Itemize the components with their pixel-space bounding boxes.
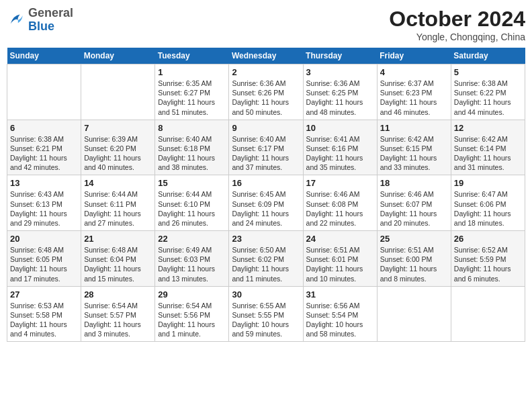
logo-general-text: General xyxy=(28,7,73,20)
day-number: 16 xyxy=(232,178,300,188)
day-number: 10 xyxy=(306,123,374,133)
day-info: Sunrise: 6:56 AMSunset: 5:54 PMDaylight:… xyxy=(306,301,374,339)
day-info: Sunrise: 6:43 AMSunset: 6:13 PMDaylight:… xyxy=(10,189,78,228)
day-info: Sunrise: 6:40 AMSunset: 6:17 PMDaylight:… xyxy=(232,134,300,173)
day-info: Sunrise: 6:51 AMSunset: 6:00 PMDaylight:… xyxy=(380,245,448,283)
calendar-cell xyxy=(451,286,525,342)
day-info: Sunrise: 6:38 AMSunset: 6:21 PMDaylight:… xyxy=(10,134,78,173)
day-number: 26 xyxy=(454,234,522,244)
calendar-cell: 27Sunrise: 6:53 AMSunset: 5:58 PMDayligh… xyxy=(7,286,81,342)
day-number: 20 xyxy=(10,234,78,244)
calendar-cell: 30Sunrise: 6:55 AMSunset: 5:55 PMDayligh… xyxy=(229,286,303,342)
week-row-2: 6Sunrise: 6:38 AMSunset: 6:21 PMDaylight… xyxy=(7,120,525,175)
col-wednesday: Wednesday xyxy=(229,48,303,64)
day-info: Sunrise: 6:44 AMSunset: 6:11 PMDaylight:… xyxy=(84,189,152,228)
day-number: 9 xyxy=(232,123,300,133)
day-info: Sunrise: 6:50 AMSunset: 6:02 PMDaylight:… xyxy=(232,245,300,283)
day-info: Sunrise: 6:46 AMSunset: 6:07 PMDaylight:… xyxy=(380,189,448,228)
day-number: 4 xyxy=(380,67,448,77)
calendar-cell: 21Sunrise: 6:48 AMSunset: 6:04 PMDayligh… xyxy=(81,231,155,287)
calendar-cell: 22Sunrise: 6:49 AMSunset: 6:03 PMDayligh… xyxy=(155,231,229,287)
day-number: 11 xyxy=(380,123,448,133)
month-year-title: October 2024 xyxy=(389,7,525,32)
day-number: 2 xyxy=(232,67,300,77)
week-row-4: 20Sunrise: 6:48 AMSunset: 6:05 PMDayligh… xyxy=(7,231,525,287)
week-row-3: 13Sunrise: 6:43 AMSunset: 6:13 PMDayligh… xyxy=(7,175,525,231)
logo-blue-text: Blue xyxy=(28,20,73,34)
calendar-cell: 8Sunrise: 6:40 AMSunset: 6:18 PMDaylight… xyxy=(155,120,229,175)
day-number: 31 xyxy=(306,289,374,300)
day-info: Sunrise: 6:44 AMSunset: 6:10 PMDaylight:… xyxy=(158,189,226,228)
day-info: Sunrise: 6:40 AMSunset: 6:18 PMDaylight:… xyxy=(158,134,226,173)
calendar-cell: 10Sunrise: 6:41 AMSunset: 6:16 PMDayligh… xyxy=(303,120,377,175)
day-info: Sunrise: 6:54 AMSunset: 5:57 PMDaylight:… xyxy=(84,301,152,339)
week-row-5: 27Sunrise: 6:53 AMSunset: 5:58 PMDayligh… xyxy=(7,286,525,342)
col-thursday: Thursday xyxy=(303,48,377,64)
day-info: Sunrise: 6:55 AMSunset: 5:55 PMDaylight:… xyxy=(232,301,300,339)
calendar-cell xyxy=(81,64,155,120)
day-number: 1 xyxy=(158,67,226,77)
calendar-cell xyxy=(7,64,81,120)
calendar-cell: 9Sunrise: 6:40 AMSunset: 6:17 PMDaylight… xyxy=(229,120,303,175)
calendar-cell: 13Sunrise: 6:43 AMSunset: 6:13 PMDayligh… xyxy=(7,175,81,231)
day-number: 3 xyxy=(306,67,374,77)
day-number: 18 xyxy=(380,178,448,188)
day-number: 25 xyxy=(380,234,448,244)
calendar-cell: 29Sunrise: 6:54 AMSunset: 5:56 PMDayligh… xyxy=(155,286,229,342)
calendar-cell: 14Sunrise: 6:44 AMSunset: 6:11 PMDayligh… xyxy=(81,175,155,231)
calendar-cell: 6Sunrise: 6:38 AMSunset: 6:21 PMDaylight… xyxy=(7,120,81,175)
calendar-cell: 26Sunrise: 6:52 AMSunset: 5:59 PMDayligh… xyxy=(451,231,525,287)
day-number: 23 xyxy=(232,234,300,244)
day-info: Sunrise: 6:49 AMSunset: 6:03 PMDaylight:… xyxy=(158,245,226,283)
location-text: Yongle, Chongqing, China xyxy=(389,32,525,42)
day-number: 30 xyxy=(232,289,300,300)
day-info: Sunrise: 6:48 AMSunset: 6:05 PMDaylight:… xyxy=(10,245,78,283)
calendar-cell: 28Sunrise: 6:54 AMSunset: 5:57 PMDayligh… xyxy=(81,286,155,342)
col-tuesday: Tuesday xyxy=(155,48,229,64)
week-row-1: 1Sunrise: 6:35 AMSunset: 6:27 PMDaylight… xyxy=(7,64,525,120)
day-info: Sunrise: 6:38 AMSunset: 6:22 PMDaylight:… xyxy=(454,79,522,117)
calendar-cell xyxy=(377,286,451,342)
title-block: October 2024 Yongle, Chongqing, China xyxy=(389,7,525,42)
calendar-cell: 3Sunrise: 6:36 AMSunset: 6:25 PMDaylight… xyxy=(303,64,377,120)
day-info: Sunrise: 6:42 AMSunset: 6:14 PMDaylight:… xyxy=(454,134,522,173)
day-number: 6 xyxy=(10,123,78,133)
calendar-cell: 25Sunrise: 6:51 AMSunset: 6:00 PMDayligh… xyxy=(377,231,451,287)
calendar-cell: 11Sunrise: 6:42 AMSunset: 6:15 PMDayligh… xyxy=(377,120,451,175)
day-number: 29 xyxy=(158,289,226,300)
header-row: Sunday Monday Tuesday Wednesday Thursday… xyxy=(7,48,525,64)
day-info: Sunrise: 6:36 AMSunset: 6:26 PMDaylight:… xyxy=(232,79,300,117)
day-info: Sunrise: 6:46 AMSunset: 6:08 PMDaylight:… xyxy=(306,189,374,228)
calendar-cell: 20Sunrise: 6:48 AMSunset: 6:05 PMDayligh… xyxy=(7,231,81,287)
day-info: Sunrise: 6:42 AMSunset: 6:15 PMDaylight:… xyxy=(380,134,448,173)
day-info: Sunrise: 6:47 AMSunset: 6:06 PMDaylight:… xyxy=(454,189,522,228)
day-info: Sunrise: 6:54 AMSunset: 5:56 PMDaylight:… xyxy=(158,301,226,339)
calendar-cell: 4Sunrise: 6:37 AMSunset: 6:23 PMDaylight… xyxy=(377,64,451,120)
day-info: Sunrise: 6:48 AMSunset: 6:04 PMDaylight:… xyxy=(84,245,152,283)
day-info: Sunrise: 6:53 AMSunset: 5:58 PMDaylight:… xyxy=(10,301,78,339)
day-info: Sunrise: 6:39 AMSunset: 6:20 PMDaylight:… xyxy=(84,134,152,173)
calendar-cell: 7Sunrise: 6:39 AMSunset: 6:20 PMDaylight… xyxy=(81,120,155,175)
day-number: 8 xyxy=(158,123,226,133)
calendar-cell: 16Sunrise: 6:45 AMSunset: 6:09 PMDayligh… xyxy=(229,175,303,231)
calendar-cell: 31Sunrise: 6:56 AMSunset: 5:54 PMDayligh… xyxy=(303,286,377,342)
day-number: 5 xyxy=(454,67,522,77)
day-info: Sunrise: 6:41 AMSunset: 6:16 PMDaylight:… xyxy=(306,134,374,173)
col-sunday: Sunday xyxy=(7,48,81,64)
day-number: 7 xyxy=(84,123,152,133)
col-friday: Friday xyxy=(377,48,451,64)
day-info: Sunrise: 6:51 AMSunset: 6:01 PMDaylight:… xyxy=(306,245,374,283)
day-number: 24 xyxy=(306,234,374,244)
day-info: Sunrise: 6:45 AMSunset: 6:09 PMDaylight:… xyxy=(232,189,300,228)
calendar-cell: 24Sunrise: 6:51 AMSunset: 6:01 PMDayligh… xyxy=(303,231,377,287)
day-number: 13 xyxy=(10,178,78,188)
page-header: General Blue October 2024 Yongle, Chongq… xyxy=(7,7,525,42)
logo: General Blue xyxy=(7,7,73,34)
day-number: 22 xyxy=(158,234,226,244)
day-number: 14 xyxy=(84,178,152,188)
day-info: Sunrise: 6:35 AMSunset: 6:27 PMDaylight:… xyxy=(158,79,226,117)
day-number: 19 xyxy=(454,178,522,188)
col-monday: Monday xyxy=(81,48,155,64)
calendar-cell: 15Sunrise: 6:44 AMSunset: 6:10 PMDayligh… xyxy=(155,175,229,231)
calendar-cell: 17Sunrise: 6:46 AMSunset: 6:08 PMDayligh… xyxy=(303,175,377,231)
